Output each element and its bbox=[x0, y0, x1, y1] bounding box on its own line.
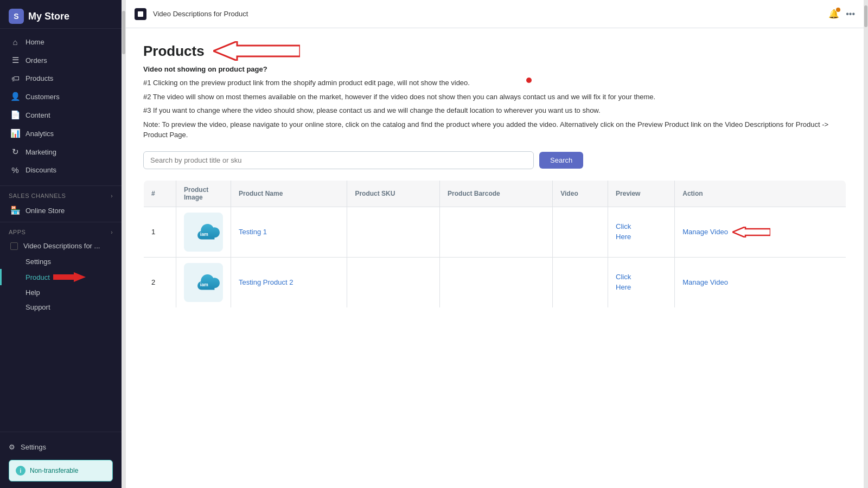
search-input[interactable] bbox=[143, 151, 534, 169]
sidebar-sub-help[interactable]: Help bbox=[0, 285, 122, 300]
search-row: Search bbox=[143, 151, 846, 169]
row-product-name[interactable]: Testing 1 bbox=[231, 207, 347, 257]
row-num: 2 bbox=[144, 257, 176, 307]
sidebar-item-label: Orders bbox=[25, 56, 47, 65]
home-icon: ⌂ bbox=[10, 37, 20, 47]
content-icon: 📄 bbox=[10, 110, 20, 120]
bell-wrapper: 🔔 bbox=[828, 9, 839, 19]
search-button[interactable]: Search bbox=[539, 152, 583, 169]
sidebar-item-label: Home bbox=[25, 38, 44, 46]
row-num: 1 bbox=[144, 207, 176, 257]
sidebar-sub-product[interactable]: Product bbox=[0, 269, 122, 285]
sidebar-scrollbar[interactable] bbox=[122, 0, 126, 488]
row-product-name[interactable]: Testing Product 2 bbox=[231, 257, 347, 307]
product-name-link-1[interactable]: Testing 1 bbox=[239, 228, 267, 236]
table-row: 1 bbox=[144, 207, 846, 257]
sidebar-item-label: Marketing bbox=[25, 148, 56, 156]
topbar-actions: 🔔 ••• bbox=[828, 9, 855, 19]
table-body: 1 bbox=[144, 207, 846, 307]
video-warning: Video not showing on product page? bbox=[143, 65, 846, 73]
sidebar-item-label: Products bbox=[25, 74, 53, 82]
row-preview[interactable]: ClickHere bbox=[608, 207, 675, 257]
more-options-icon[interactable]: ••• bbox=[846, 9, 855, 19]
discounts-icon: % bbox=[10, 165, 20, 175]
scroll-thumb-main bbox=[864, 5, 867, 27]
sidebar-item-video-app[interactable]: Video Descriptions for ... bbox=[0, 237, 122, 254]
col-action: Action bbox=[675, 180, 846, 207]
notification-badge bbox=[836, 8, 840, 12]
sidebar-item-home[interactable]: ⌂ Home bbox=[0, 33, 122, 51]
svg-marker-0 bbox=[53, 272, 86, 282]
chevron-icon-apps: › bbox=[111, 229, 113, 235]
sidebar-item-content[interactable]: 📄 Content bbox=[0, 106, 122, 124]
sidebar-logo: S My Store bbox=[0, 0, 122, 29]
main-scrollbar[interactable] bbox=[864, 0, 868, 488]
topbar-title: Video Descriptions for Product bbox=[153, 10, 822, 18]
row-image: iam bbox=[176, 207, 231, 257]
cloud-logo-2: iam bbox=[185, 266, 222, 299]
table-header: # Product Image Product Name Product SKU… bbox=[144, 180, 846, 207]
row-sku bbox=[347, 257, 440, 307]
manage-video-link-2[interactable]: Manage Video bbox=[682, 278, 728, 286]
sales-channels-section: Sales channels › bbox=[0, 188, 122, 201]
main-content: Video Descriptions for Product 🔔 ••• Pro… bbox=[126, 0, 864, 488]
product-image-2: iam bbox=[184, 263, 223, 302]
sidebar-item-marketing[interactable]: ↻ Marketing bbox=[0, 143, 122, 161]
app-icon-inner bbox=[138, 11, 143, 17]
table-row: 2 iam bbox=[144, 257, 846, 307]
sidebar-bottom: ⚙ Settings i Non-transferable bbox=[0, 432, 122, 488]
row-video bbox=[553, 207, 608, 257]
product-table: # Product Image Product Name Product SKU… bbox=[143, 180, 846, 308]
app-name: Video Descriptions for ... bbox=[23, 242, 100, 250]
action-cell-1: Manage Video bbox=[682, 227, 838, 237]
app-icon-topbar bbox=[135, 8, 146, 20]
sidebar-item-customers[interactable]: 👤 Customers bbox=[0, 87, 122, 106]
col-barcode: Product Barcode bbox=[440, 180, 553, 207]
info-text-1: #1 Clicking on the preview product link … bbox=[143, 78, 846, 88]
svg-text:iam: iam bbox=[200, 231, 208, 236]
settings-item[interactable]: ⚙ Settings bbox=[9, 439, 113, 455]
product-name-link-2[interactable]: Testing Product 2 bbox=[239, 278, 293, 286]
col-sku: Product SKU bbox=[347, 180, 440, 207]
row-action[interactable]: Manage Video bbox=[675, 207, 846, 257]
sidebar-item-orders[interactable]: ☰ Orders bbox=[0, 51, 122, 69]
logo-icon: S bbox=[9, 9, 24, 24]
content-area: Products Video not showing on product pa… bbox=[126, 28, 864, 488]
manage-video-link-1[interactable]: Manage Video bbox=[682, 228, 728, 236]
divider-1 bbox=[0, 185, 122, 186]
app-icon bbox=[10, 242, 18, 250]
row-action[interactable]: Manage Video bbox=[675, 257, 846, 307]
sidebar-item-label: Customers bbox=[25, 93, 60, 101]
info-text-2: #2 The video will show on most themes av… bbox=[143, 92, 846, 102]
svg-marker-1 bbox=[213, 41, 300, 61]
sidebar: S My Store ⌂ Home ☰ Orders 🏷 Products 👤 … bbox=[0, 0, 122, 488]
apps-section: Apps › bbox=[0, 224, 122, 237]
sidebar-item-online-store[interactable]: 🏪 Online Store bbox=[0, 201, 122, 220]
sidebar-item-discounts[interactable]: % Discounts bbox=[0, 161, 122, 179]
row-preview[interactable]: ClickHere bbox=[608, 257, 675, 307]
col-image: Product Image bbox=[176, 180, 231, 207]
customers-icon: 👤 bbox=[10, 92, 20, 101]
sidebar-sub-support[interactable]: Support bbox=[0, 300, 122, 314]
sidebar-item-analytics[interactable]: 📊 Analytics bbox=[0, 124, 122, 143]
products-icon: 🏷 bbox=[10, 74, 20, 83]
topbar: Video Descriptions for Product 🔔 ••• bbox=[126, 0, 864, 28]
settings-gear-icon: ⚙ bbox=[9, 443, 15, 451]
sidebar-sub-settings[interactable]: Settings bbox=[0, 254, 122, 269]
sidebar-item-label: Discounts bbox=[25, 166, 56, 174]
sidebar-item-products[interactable]: 🏷 Products bbox=[0, 69, 122, 87]
preview-link-1[interactable]: ClickHere bbox=[616, 222, 631, 240]
red-dot-annotation bbox=[526, 78, 532, 83]
info-icon: i bbox=[16, 466, 25, 476]
svg-text:iam: iam bbox=[200, 281, 208, 287]
product-arrow-annotation bbox=[53, 272, 86, 282]
store-icon: 🏪 bbox=[10, 206, 20, 215]
preview-link-2[interactable]: ClickHere bbox=[616, 273, 631, 291]
analytics-icon: 📊 bbox=[10, 129, 20, 138]
col-preview: Preview bbox=[608, 180, 675, 207]
sidebar-item-label: Analytics bbox=[25, 130, 54, 138]
page-title: Products bbox=[143, 43, 205, 60]
row-barcode bbox=[440, 207, 553, 257]
divider-2 bbox=[0, 222, 122, 222]
store-name: My Store bbox=[28, 11, 69, 22]
